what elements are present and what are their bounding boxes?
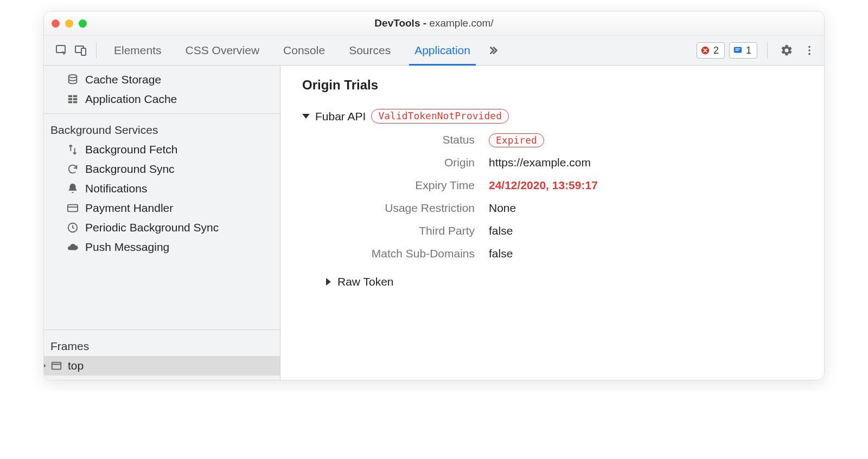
sidebar-item-notifications[interactable]: Notifications (44, 179, 280, 198)
application-sidebar: Cache Storage Application Cache Backgrou… (44, 66, 280, 380)
svg-point-8 (808, 49, 810, 51)
sidebar-item-label: Periodic Background Sync (85, 221, 219, 234)
minimize-window-button[interactable] (65, 20, 73, 28)
tab-sources[interactable]: Sources (337, 36, 403, 65)
prop-value-status: Expired (489, 133, 802, 146)
main-panel: Origin Trials Fubar API ValidTokenNotPro… (280, 66, 824, 380)
svg-rect-20 (52, 363, 61, 370)
status-expired-pill: Expired (489, 133, 544, 147)
tab-elements[interactable]: Elements (102, 36, 174, 65)
credit-card-icon (67, 202, 79, 214)
svg-rect-12 (73, 95, 77, 98)
tab-elements-label: Elements (114, 44, 162, 57)
prop-label-status: Status (326, 133, 475, 146)
toolbar-divider (96, 42, 97, 59)
window-title-url: example.com/ (429, 17, 493, 29)
svg-rect-2 (81, 48, 86, 55)
tab-console[interactable]: Console (271, 36, 337, 65)
prop-label-origin: Origin (326, 156, 475, 169)
window-titlebar: DevTools - example.com/ (44, 11, 824, 36)
sidebar-group-cache: Cache Storage Application Cache (44, 66, 280, 113)
gear-icon (780, 44, 793, 57)
window-title-prefix: DevTools - (374, 17, 429, 29)
sidebar-item-application-cache[interactable]: Application Cache (44, 89, 280, 109)
error-icon (700, 46, 710, 55)
settings-button[interactable] (777, 41, 796, 60)
svg-rect-0 (56, 46, 65, 53)
raw-token-label: Raw Token (337, 275, 394, 288)
svg-rect-11 (68, 95, 72, 98)
sidebar-item-cache-storage[interactable]: Cache Storage (44, 70, 280, 89)
panel-tabs: Elements CSS Overview Console Sources Ap… (102, 36, 482, 65)
origin-trial-status-pill: ValidTokenNotProvided (371, 109, 509, 124)
sidebar-item-label: Payment Handler (85, 202, 173, 215)
sidebar-item-payment-handler[interactable]: Payment Handler (44, 198, 280, 218)
device-toolbar-icon[interactable] (71, 41, 91, 60)
svg-point-9 (808, 53, 810, 55)
sidebar-group-title: Frames (44, 334, 280, 356)
svg-rect-15 (68, 101, 72, 104)
tab-application-label: Application (414, 44, 470, 57)
more-tabs-button[interactable] (482, 44, 504, 56)
window-title: DevTools - example.com/ (44, 17, 824, 29)
svg-rect-16 (73, 101, 77, 104)
prop-value-expiry: 24/12/2020, 13:59:17 (489, 179, 802, 192)
issues-count: 1 (746, 45, 751, 56)
origin-trial-properties: Status Expired Origin https://example.co… (326, 133, 802, 260)
sidebar-item-label: Push Messaging (85, 241, 169, 254)
sidebar-item-periodic-background-sync[interactable]: Periodic Background Sync (44, 218, 280, 237)
sidebar-item-frame-top[interactable]: top (44, 356, 280, 376)
origin-trial-name: Fubar API (315, 110, 366, 123)
disclosure-triangle-icon[interactable] (326, 278, 331, 286)
svg-rect-13 (68, 98, 72, 100)
raw-token-row[interactable]: Raw Token (326, 275, 802, 288)
tab-css-overview-label: CSS Overview (186, 44, 260, 57)
issues-badge[interactable]: 1 (729, 42, 757, 59)
tab-application[interactable]: Application (403, 36, 482, 65)
database-icon (67, 74, 79, 86)
prop-value-origin: https://example.com (489, 156, 802, 169)
bell-icon (67, 183, 79, 195)
svg-rect-6 (735, 50, 738, 50)
svg-rect-14 (73, 98, 77, 100)
kebab-menu-button[interactable] (800, 41, 819, 60)
sidebar-item-label: Background Sync (85, 163, 175, 176)
tab-console-label: Console (283, 44, 325, 57)
sidebar-item-background-sync[interactable]: Background Sync (44, 159, 280, 179)
svg-rect-17 (68, 205, 78, 212)
sidebar-group-background: Background Services Background Fetch Bac… (44, 113, 280, 261)
sidebar-item-label: top (68, 359, 84, 372)
clock-icon (67, 222, 79, 234)
svg-rect-5 (735, 48, 740, 49)
tab-sources-label: Sources (349, 44, 391, 57)
prop-value-third-party: false (489, 224, 802, 237)
panel-heading: Origin Trials (302, 77, 802, 93)
sync-icon (67, 163, 79, 175)
errors-badge[interactable]: 2 (697, 42, 725, 59)
prop-label-subdomains: Match Sub-Domains (326, 247, 475, 260)
disclosure-triangle-icon[interactable] (302, 114, 310, 119)
transfer-icon (67, 144, 79, 156)
window-icon (50, 360, 62, 372)
traffic-lights (52, 20, 87, 28)
prop-label-usage: Usage Restriction (326, 202, 475, 215)
cloud-icon (67, 241, 79, 253)
devtools-toolbar: Elements CSS Overview Console Sources Ap… (44, 36, 824, 66)
tab-css-overview[interactable]: CSS Overview (174, 36, 272, 65)
sidebar-item-label: Notifications (85, 182, 147, 195)
sidebar-item-label: Application Cache (85, 93, 177, 106)
content-area: Cache Storage Application Cache Backgrou… (44, 66, 824, 380)
prop-value-subdomains: false (489, 247, 802, 260)
origin-trial-row[interactable]: Fubar API ValidTokenNotProvided (302, 109, 802, 124)
svg-point-7 (808, 46, 810, 48)
prop-value-usage: None (489, 202, 802, 215)
devtools-window: DevTools - example.com/ Elements CSS Ove… (43, 11, 825, 380)
prop-label-expiry: Expiry Time (326, 179, 475, 192)
sidebar-item-push-messaging[interactable]: Push Messaging (44, 237, 280, 257)
sidebar-item-background-fetch[interactable]: Background Fetch (44, 140, 280, 159)
expand-arrow-icon[interactable] (44, 363, 46, 369)
sidebar-item-label: Background Fetch (85, 143, 177, 156)
close-window-button[interactable] (52, 20, 60, 28)
inspect-element-icon[interactable] (52, 41, 71, 60)
maximize-window-button[interactable] (79, 20, 87, 28)
